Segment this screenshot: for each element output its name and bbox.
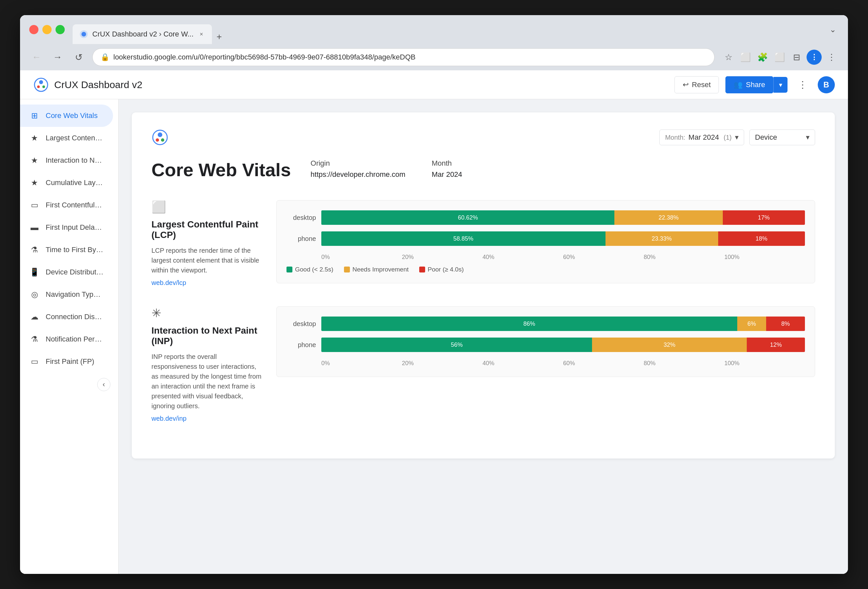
inp-desktop-row: desktop 86% 6% 8% bbox=[286, 317, 805, 331]
x-label-20: 20% bbox=[402, 360, 482, 367]
svg-point-1 bbox=[81, 32, 86, 37]
lcp-x-axis: 0% 20% 40% 60% 80% 100% bbox=[321, 254, 805, 260]
reset-icon: ↩ bbox=[683, 80, 689, 89]
sidebar-item-label: Connection Distribution bbox=[46, 312, 104, 321]
share-people-icon: 👥 bbox=[734, 80, 743, 89]
x-label-20: 20% bbox=[402, 254, 482, 260]
month-filter[interactable]: Month: Mar 2024 (1) ▾ bbox=[659, 130, 744, 145]
origin-value: https://developer.chrome.com bbox=[310, 170, 405, 179]
sidebar-item-label: First Input Delay (FID) bbox=[46, 223, 104, 232]
bookmark-button[interactable]: ☆ bbox=[721, 50, 736, 64]
lcp-desktop-label: desktop bbox=[286, 214, 316, 222]
sidebar-item-lcp[interactable]: ★ Largest Contentful Pain... bbox=[20, 127, 113, 149]
x-label-0: 0% bbox=[321, 360, 402, 367]
core-web-vitals-icon: ⊞ bbox=[29, 111, 40, 121]
reset-label: Reset bbox=[692, 80, 711, 89]
profile-icon[interactable]: ⋮ bbox=[807, 50, 822, 65]
back-button[interactable]: ← bbox=[29, 50, 44, 64]
extension-button[interactable]: ⬜ bbox=[738, 50, 753, 64]
lcp-description-text: LCP reports the render time of the large… bbox=[152, 246, 263, 275]
lcp-phone-needs-bar: 23.33% bbox=[605, 231, 718, 246]
lcp-section: ⬜ Largest Contentful Paint (LCP) LCP rep… bbox=[152, 200, 815, 287]
svg-point-8 bbox=[156, 138, 159, 142]
window-controls[interactable]: ⌄ bbox=[830, 25, 839, 34]
inp-title: Interaction to Next Paint (INP) bbox=[152, 326, 263, 346]
sidebar-item-connection[interactable]: ☁ Connection Distribution bbox=[20, 306, 113, 328]
tabs-bar: CrUX Dashboard v2 › Core W... × + bbox=[72, 15, 824, 44]
dashboard-logo-icon bbox=[152, 129, 168, 146]
sidebar-item-core-web-vitals[interactable]: ⊞ Core Web Vitals bbox=[20, 105, 113, 127]
split-view-button[interactable]: ⬜ bbox=[772, 50, 787, 64]
reload-button[interactable]: ↺ bbox=[71, 50, 86, 64]
maximize-button[interactable] bbox=[56, 25, 65, 34]
sidebar-item-cls[interactable]: ★ Cumulative Layout Shift... bbox=[20, 172, 113, 194]
sidebar-item-ttfb[interactable]: ⚗ Time to First Byte (TTFB) bbox=[20, 238, 113, 261]
sidebar-bottom: ‹ bbox=[20, 373, 118, 397]
dash-title-section: Core Web Vitals Origin https://developer… bbox=[152, 159, 815, 181]
address-bar[interactable]: 🔒 lookerstudio.google.com/u/0/reporting/… bbox=[92, 48, 714, 66]
x-label-40: 40% bbox=[483, 360, 563, 367]
extension2-button[interactable]: 🧩 bbox=[755, 50, 770, 64]
reset-button[interactable]: ↩ Reset bbox=[675, 76, 719, 93]
sidebar-collapse-button[interactable]: ‹ bbox=[97, 378, 111, 391]
month-filter-value: Mar 2024 bbox=[689, 133, 719, 142]
device-icon: 📱 bbox=[29, 267, 40, 277]
sidebar-item-fp[interactable]: ▭ First Paint (FP) bbox=[20, 351, 113, 373]
sidebar-item-label: First Paint (FP) bbox=[46, 357, 94, 366]
svg-point-3 bbox=[39, 80, 43, 84]
close-button[interactable] bbox=[29, 25, 38, 34]
tab-close-button[interactable]: × bbox=[198, 30, 205, 38]
lcp-desktop-poor-bar: 17% bbox=[723, 210, 805, 225]
svg-point-5 bbox=[42, 86, 45, 88]
x-label-60: 60% bbox=[563, 360, 644, 367]
fid-icon: ▬ bbox=[29, 222, 40, 233]
share-dropdown-button[interactable]: ▾ bbox=[774, 77, 787, 93]
minimize-button[interactable] bbox=[42, 25, 52, 34]
sidebar-item-label: Time to First Byte (TTFB) bbox=[46, 246, 104, 254]
month-label: Month bbox=[432, 159, 462, 168]
notification-icon: ⚗ bbox=[29, 334, 40, 345]
lcp-chart-bars: desktop 60.62% 22.38% 17% phone bbox=[286, 210, 805, 246]
x-label-40: 40% bbox=[483, 254, 563, 260]
sidebar-item-label: Core Web Vitals bbox=[46, 111, 97, 120]
header-more-button[interactable]: ⋮ bbox=[794, 76, 811, 93]
inp-link[interactable]: web.dev/inp bbox=[152, 415, 187, 422]
sidebar-item-device[interactable]: 📱 Device Distribution bbox=[20, 261, 113, 283]
lcp-desktop-good-bar: 60.62% bbox=[321, 210, 614, 225]
user-avatar[interactable]: B bbox=[818, 76, 835, 93]
dash-meta: Origin https://developer.chrome.com Mont… bbox=[310, 159, 462, 181]
new-tab-button[interactable]: + bbox=[212, 30, 226, 44]
share-button[interactable]: 👥 Share bbox=[725, 76, 774, 93]
inp-phone-row: phone 56% 32% 12% bbox=[286, 337, 805, 352]
device-filter[interactable]: Device ▾ bbox=[749, 130, 815, 145]
inp-phone-needs-bar: 32% bbox=[592, 337, 747, 352]
lock-icon: 🔒 bbox=[100, 53, 109, 61]
menu-button[interactable]: ⋮ bbox=[824, 50, 839, 64]
inp-phone-poor-bar: 12% bbox=[747, 337, 805, 352]
lcp-phone-label: phone bbox=[286, 235, 316, 243]
sidebar-item-notification[interactable]: ⚗ Notification Permissions bbox=[20, 328, 113, 351]
x-label-80: 80% bbox=[644, 254, 724, 260]
month-meta: Month Mar 2024 bbox=[432, 159, 462, 181]
sidebar-toggle-button[interactable]: ⊟ bbox=[790, 50, 804, 64]
svg-point-7 bbox=[158, 132, 162, 137]
legend-needs-label: Needs Improvement bbox=[353, 266, 409, 273]
lcp-link[interactable]: web.dev/lcp bbox=[152, 279, 186, 286]
forward-button[interactable]: → bbox=[50, 50, 65, 64]
inp-chart-bars: desktop 86% 6% 8% phone bbox=[286, 317, 805, 352]
dashboard-card: Month: Mar 2024 (1) ▾ Device ▾ Core Web … bbox=[132, 112, 835, 459]
connection-icon: ☁ bbox=[29, 312, 40, 322]
active-tab[interactable]: CrUX Dashboard v2 › Core W... × bbox=[72, 24, 212, 44]
fcp-icon: ▭ bbox=[29, 200, 40, 210]
sidebar-item-nav[interactable]: ◎ Navigation Type Distrib... bbox=[20, 283, 113, 306]
sidebar-item-inp[interactable]: ★ Interaction to Next Pain... bbox=[20, 149, 113, 172]
lcp-desktop-row: desktop 60.62% 22.38% 17% bbox=[286, 210, 805, 225]
svg-point-4 bbox=[37, 86, 40, 88]
url-text: lookerstudio.google.com/u/0/reporting/bb… bbox=[113, 53, 706, 61]
sidebar-item-label: Navigation Type Distrib... bbox=[46, 290, 104, 299]
poor-color-dot bbox=[419, 266, 425, 272]
lcp-phone-good-bar: 58.85% bbox=[321, 231, 605, 246]
sidebar-item-fcp[interactable]: ▭ First Contentful Paint (F... bbox=[20, 194, 113, 216]
sidebar-item-fid[interactable]: ▬ First Input Delay (FID) bbox=[20, 216, 113, 238]
lcp-phone-row: phone 58.85% 23.33% 18% bbox=[286, 231, 805, 246]
